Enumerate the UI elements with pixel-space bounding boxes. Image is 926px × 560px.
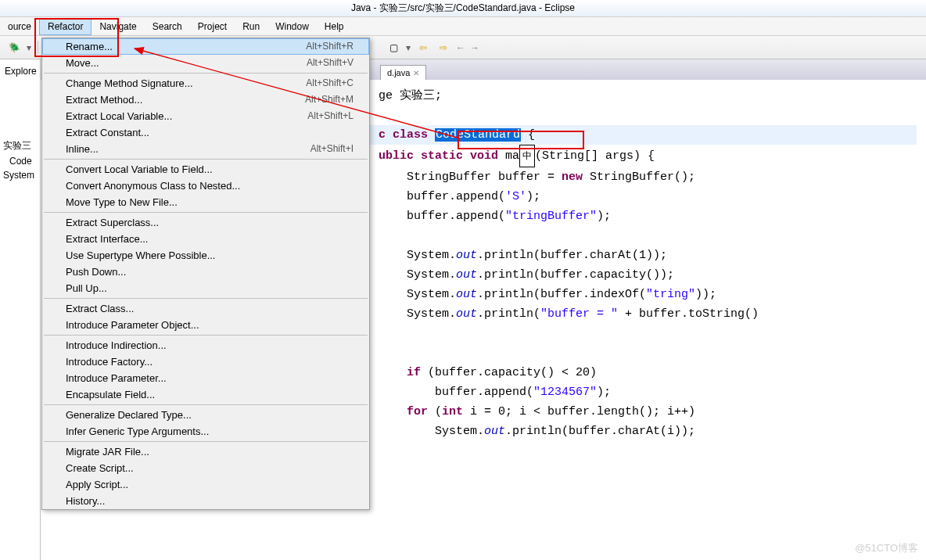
dropdown-item-label: Move Type to New File... <box>66 196 178 208</box>
class-name-selection[interactable]: CodeStandard <box>435 128 521 142</box>
dropdown-item[interactable]: Pull Up... <box>42 280 369 296</box>
dropdown-item-label: Introduce Parameter... <box>66 372 167 384</box>
editor-tab[interactable]: d.java ✕ <box>380 65 426 80</box>
dropdown-separator <box>44 73 368 74</box>
dropdown-item-shortcut: Alt+Shift+I <box>310 143 354 155</box>
dropdown-item[interactable]: Move...Alt+Shift+V <box>42 55 369 71</box>
dropdown-item-shortcut: Alt+Shift+M <box>305 94 354 106</box>
dropdown-item-label: Extract Method... <box>66 94 142 106</box>
dropdown-item-label: Pull Up... <box>66 282 107 294</box>
dropdown-item-label: Introduce Indirection... <box>66 339 167 351</box>
dropdown-item[interactable]: Change Method Signature...Alt+Shift+C <box>42 75 369 92</box>
sidebar-item-system[interactable]: System <box>0 168 40 182</box>
dropdown-separator <box>44 335 368 336</box>
dropdown-item[interactable]: Infer Generic Type Arguments... <box>42 423 369 440</box>
dropdown-item[interactable]: Generalize Declared Type... <box>42 407 369 423</box>
menu-search[interactable]: Search <box>145 19 190 34</box>
refactor-dropdown: Rename...Alt+Shift+RMove...Alt+Shift+VCh… <box>41 38 370 510</box>
dropdown-item-shortcut: Alt+Shift+V <box>307 57 354 69</box>
dropdown-item-label: Migrate JAR File... <box>66 446 149 458</box>
dropdown-item[interactable]: Convert Local Variable to Field... <box>42 161 369 178</box>
menu-help[interactable]: Help <box>317 19 352 34</box>
menu-navigate[interactable]: Navigate <box>92 19 144 34</box>
dropdown-item-label: Use Supertype Where Possible... <box>66 249 215 261</box>
dropdown-item-label: Rename... <box>66 41 113 52</box>
dropdown-item[interactable]: Extract Interface... <box>42 231 369 247</box>
dropdown-item-label: Generalize Declared Type... <box>66 409 192 421</box>
tool-debug-icon[interactable]: 🪲 <box>6 40 22 56</box>
dropdown-item-label: Convert Anonymous Class to Nested... <box>66 180 240 192</box>
menu-source[interactable]: ource <box>0 19 39 34</box>
dropdown-item-label: Extract Local Variable... <box>66 110 172 122</box>
dropdown-item-label: Apply Script... <box>66 479 128 490</box>
dropdown-item[interactable]: Push Down... <box>42 264 369 280</box>
dropdown-item-label: Move... <box>66 57 99 69</box>
menu-project[interactable]: Project <box>190 19 235 34</box>
dropdown-item[interactable]: Create Script... <box>42 460 369 476</box>
dropdown-item[interactable]: Apply Script... <box>42 476 369 493</box>
dropdown-item[interactable]: Extract Local Variable...Alt+Shift+L <box>42 108 369 124</box>
menu-run[interactable]: Run <box>235 19 267 34</box>
dropdown-item-label: Inline... <box>66 143 99 155</box>
dropdown-separator <box>44 212 368 213</box>
menu-window[interactable]: Window <box>267 19 317 34</box>
dropdown-item[interactable]: Migrate JAR File... <box>42 443 369 460</box>
toolbar-separator <box>38 41 38 55</box>
dropdown-item-shortcut: Alt+Shift+L <box>307 110 354 122</box>
dropdown-item[interactable]: Extract Constant... <box>42 124 369 141</box>
dropdown-item[interactable]: Encapsulate Field... <box>42 386 369 403</box>
dropdown-item-label: Infer Generic Type Arguments... <box>66 425 209 437</box>
watermark: @51CTO博客 <box>855 541 918 555</box>
dropdown-item-shortcut: Alt+Shift+R <box>306 41 354 52</box>
dropdown-item[interactable]: Extract Method...Alt+Shift+M <box>42 92 369 108</box>
dropdown-item[interactable]: Introduce Factory... <box>42 354 369 370</box>
nav-back-icon[interactable]: ⇦ <box>415 40 431 56</box>
dropdown-item[interactable]: Extract Class... <box>42 300 369 317</box>
dropdown-item-label: History... <box>66 495 105 507</box>
dropdown-item-label: Extract Class... <box>66 303 134 314</box>
dropdown-item-label: Create Script... <box>66 462 134 474</box>
dropdown-item-shortcut: Alt+Shift+C <box>306 77 354 89</box>
dropdown-separator <box>44 404 368 405</box>
dropdown-item[interactable]: Extract Superclass... <box>42 214 369 231</box>
dropdown-item-label: Encapsulate Field... <box>66 389 155 400</box>
menu-bar: ource Refactor Navigate Search Project R… <box>0 17 926 36</box>
editor-tab-label: d.java <box>387 68 410 77</box>
dropdown-item-label: Introduce Parameter Object... <box>66 319 199 331</box>
dropdown-separator <box>44 441 368 442</box>
dropdown-item-label: Push Down... <box>66 266 126 278</box>
title-bar: Java - 实验三/src/实验三/CodeStandard.java - E… <box>0 0 926 17</box>
dropdown-item[interactable]: Introduce Parameter Object... <box>42 317 369 333</box>
window-title: Java - 实验三/src/实验三/CodeStandard.java - E… <box>351 2 575 15</box>
menu-refactor[interactable]: Refactor <box>39 18 92 35</box>
dropdown-separator <box>44 159 368 160</box>
close-icon[interactable]: ✕ <box>413 69 419 77</box>
dropdown-item[interactable]: Use Supertype Where Possible... <box>42 247 369 264</box>
dropdown-item[interactable]: Move Type to New File... <box>42 194 369 210</box>
dropdown-item[interactable]: Introduce Parameter... <box>42 370 369 386</box>
dropdown-item-label: Extract Superclass... <box>66 217 159 228</box>
dropdown-item[interactable]: Introduce Indirection... <box>42 337 369 354</box>
dropdown-separator <box>44 298 368 299</box>
dropdown-item[interactable]: Convert Anonymous Class to Nested... <box>42 178 369 194</box>
sidebar: Explore 实验三 Code System <box>0 59 41 560</box>
dropdown-item-label: Introduce Factory... <box>66 356 153 368</box>
explorer-label: Explore <box>2 64 40 78</box>
dropdown-item-label: Convert Local Variable to Field... <box>66 163 213 175</box>
dropdown-item-label: Change Method Signature... <box>66 77 193 89</box>
dropdown-item[interactable]: Inline...Alt+Shift+I <box>42 141 369 157</box>
sidebar-item-file[interactable]: Code <box>0 154 40 168</box>
tool-generic-icon[interactable]: ▢ <box>386 40 401 56</box>
dropdown-item[interactable]: History... <box>42 493 369 509</box>
sidebar-item-project[interactable]: 实验三 <box>0 138 40 154</box>
dropdown-item-label: Extract Interface... <box>66 233 149 245</box>
dropdown-item-label: Extract Constant... <box>66 127 149 138</box>
ime-indicator: 中 <box>519 145 535 167</box>
nav-forward-icon[interactable]: ⇨ <box>436 40 451 56</box>
dropdown-item[interactable]: Rename...Alt+Shift+R <box>42 38 369 55</box>
